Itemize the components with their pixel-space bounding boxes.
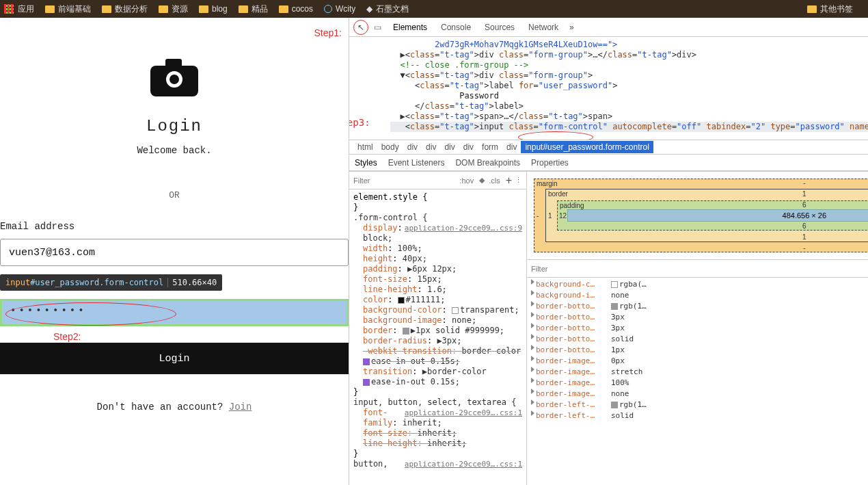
css-property[interactable]: line-height: inherit; bbox=[353, 438, 522, 449]
dom-node[interactable]: ▼<class="t-tag">div class="form-group"> bbox=[390, 70, 868, 81]
bookmark-item[interactable]: 前端基础 bbox=[45, 3, 91, 15]
breadcrumb-item[interactable]: div bbox=[422, 141, 440, 153]
bookmark-item[interactable]: Wcity bbox=[324, 3, 355, 15]
dom-node[interactable]: 2wd73gR+Mohav7Mqgk1GMseR4LXeuD1ow=="> bbox=[390, 40, 868, 50]
breadcrumb-item[interactable]: div bbox=[440, 141, 459, 153]
css-property[interactable]: line-height: 1.6; bbox=[353, 285, 522, 295]
camera-icon bbox=[150, 59, 198, 96]
folder-icon bbox=[239, 5, 248, 13]
device-toggle-icon[interactable]: ▭ bbox=[370, 20, 385, 35]
styles-tab-properties[interactable]: Properties bbox=[526, 158, 574, 168]
breadcrumb-item[interactable]: input#user_password.form-control bbox=[521, 141, 653, 153]
page-preview: Step1: Step2: Login Welcome back. OR Ema… bbox=[0, 18, 349, 485]
devtools-tab-elements[interactable]: Elements bbox=[386, 23, 434, 32]
bookmark-item[interactable]: ◆石墨文档 bbox=[366, 3, 409, 15]
computed-property[interactable]: border-left-…solid bbox=[531, 410, 868, 421]
more-icon[interactable]: ⋮ bbox=[515, 176, 522, 185]
dom-node[interactable]: </class="t-tag">label> bbox=[390, 101, 868, 112]
bookmark-item[interactable]: cocos bbox=[279, 3, 313, 15]
computed-property[interactable]: border-botto…3px bbox=[531, 323, 868, 334]
devtools-tab-console[interactable]: Console bbox=[434, 23, 478, 32]
styles-rules[interactable]: element.style {}.form-control {applicati… bbox=[349, 189, 526, 485]
more-tabs-icon[interactable]: » bbox=[565, 23, 578, 32]
join-link[interactable]: Join bbox=[229, 402, 252, 412]
computed-filter[interactable]: Filter bbox=[531, 265, 547, 273]
css-property[interactable]: ease-in-out 0.15s; bbox=[353, 377, 522, 387]
login-button[interactable]: Login bbox=[0, 343, 349, 374]
box-model: margin - - - - border 1 1 1 1 padding bbox=[527, 172, 868, 260]
cls-toggle[interactable]: .cls bbox=[489, 176, 500, 185]
elements-tree[interactable]: Step3: 2wd73gR+Mohav7Mqgk1GMseR4LXeuD1ow… bbox=[349, 37, 868, 140]
bookmark-item[interactable]: 数据分析 bbox=[102, 3, 148, 15]
css-property[interactable]: width: 100%; bbox=[353, 244, 522, 254]
dom-node[interactable]: ▶<class="t-tag">span>…</class="t-tag">sp… bbox=[390, 112, 868, 122]
apps-icon bbox=[4, 4, 14, 14]
apps-button[interactable]: 应用 bbox=[4, 3, 34, 15]
inspect-icon[interactable]: ↖ bbox=[353, 20, 368, 35]
or-divider: OR bbox=[0, 190, 349, 200]
dom-node[interactable]: ▶<class="t-tag">div class="form-group">…… bbox=[390, 50, 868, 60]
computed-property[interactable]: border-image…none bbox=[531, 389, 868, 399]
dom-node-selected[interactable]: <class="t-tag">input class="form-control… bbox=[390, 122, 868, 132]
breadcrumb-item[interactable]: body bbox=[377, 141, 403, 153]
computed-property[interactable]: border-botto…solid bbox=[531, 334, 868, 345]
css-property[interactable]: background-image: none; bbox=[353, 315, 522, 326]
breadcrumb-item[interactable]: div bbox=[459, 141, 478, 153]
breadcrumb-item[interactable]: div bbox=[403, 141, 422, 153]
password-input[interactable]: ••••••••• bbox=[0, 299, 349, 326]
computed-property[interactable]: background-c…rgba(… bbox=[531, 279, 868, 290]
other-bookmarks[interactable]: 其他书签 bbox=[807, 3, 853, 15]
bookmark-item[interactable]: blog bbox=[199, 3, 228, 15]
styles-tab-dom-breakpoints[interactable]: DOM Breakpoints bbox=[450, 158, 526, 168]
css-property[interactable]: border: ▶1px solid #999999; bbox=[353, 326, 522, 336]
step3-label: Step3: bbox=[349, 118, 370, 128]
doc-icon: ◆ bbox=[366, 4, 372, 14]
css-property[interactable]: border-radius: ▶3px; bbox=[353, 336, 522, 346]
dom-node[interactable]: Password bbox=[390, 91, 868, 101]
breadcrumb-item[interactable]: form bbox=[478, 141, 502, 153]
styles-tab-styles[interactable]: Styles bbox=[349, 158, 383, 168]
css-property[interactable]: -webkit-transition: border-color bbox=[353, 346, 522, 356]
breadcrumb-item[interactable]: html bbox=[353, 141, 377, 153]
css-property[interactable]: transition: ▶border-color bbox=[353, 367, 522, 377]
computed-property[interactable]: border-image…0px bbox=[531, 356, 868, 367]
devtools-tabs: ↖ ▭ ElementsConsoleSourcesNetwork » ✕3 ⋮… bbox=[349, 18, 868, 37]
css-property[interactable]: font-size: inherit; bbox=[353, 428, 522, 438]
devtools-tab-sources[interactable]: Sources bbox=[478, 23, 521, 32]
bookmarks-bar: 应用 前端基础数据分析资源blog精品cocosWcity◆石墨文档 其他书签 bbox=[0, 0, 868, 18]
computed-filter-row: Filter Show all bbox=[527, 260, 868, 278]
styles-tab-event-listeners[interactable]: Event Listeners bbox=[383, 158, 450, 168]
folder-icon bbox=[199, 5, 208, 13]
new-rule-icon[interactable]: + bbox=[506, 174, 512, 187]
hov-toggle[interactable]: :hov bbox=[459, 176, 474, 185]
signup-line: Don't have an account? Join bbox=[0, 402, 349, 412]
computed-property[interactable]: border-botto…rgb(1… bbox=[531, 301, 868, 312]
folder-icon bbox=[807, 5, 817, 13]
bookmark-item[interactable]: 资源 bbox=[159, 3, 188, 15]
styles-filter-row: Filter :hov ◆ .cls + ⋮ bbox=[349, 172, 526, 189]
email-input[interactable] bbox=[0, 239, 349, 266]
breadcrumb[interactable]: htmlbodydivdivdivdivformdivinput#user_pa… bbox=[349, 140, 868, 155]
login-title: Login bbox=[0, 117, 349, 135]
devtools-pane: ↖ ▭ ElementsConsoleSourcesNetwork » ✕3 ⋮… bbox=[349, 18, 868, 485]
computed-list[interactable]: background-c…rgba(…background-i…nonebord… bbox=[527, 278, 868, 485]
css-property[interactable]: background-color: transparent; bbox=[353, 305, 522, 315]
computed-property[interactable]: border-botto…1px bbox=[531, 345, 868, 356]
bookmark-item[interactable]: 精品 bbox=[239, 3, 268, 15]
css-property[interactable]: ease-in-out 0.15s; bbox=[353, 356, 522, 367]
css-property[interactable]: font-size: 15px; bbox=[353, 274, 522, 285]
css-property[interactable]: color: #111111; bbox=[353, 295, 522, 305]
breadcrumb-item[interactable]: div bbox=[502, 141, 521, 153]
computed-property[interactable]: border-image…stretch bbox=[531, 367, 868, 378]
computed-property[interactable]: border-image…100% bbox=[531, 378, 868, 389]
css-property[interactable]: padding: ▶6px 12px; bbox=[353, 264, 522, 274]
computed-property[interactable]: border-botto…3px bbox=[531, 312, 868, 323]
folder-icon bbox=[102, 5, 111, 13]
devtools-tab-network[interactable]: Network bbox=[521, 23, 565, 32]
computed-property[interactable]: border-left-…rgb(1… bbox=[531, 399, 868, 410]
css-property[interactable]: height: 40px; bbox=[353, 254, 522, 264]
computed-property[interactable]: background-i…none bbox=[531, 290, 868, 301]
dom-node[interactable]: <class="t-tag">label for="user_password"… bbox=[390, 81, 868, 91]
styles-filter[interactable]: Filter bbox=[353, 176, 370, 185]
dom-node[interactable]: <!-- close .form-group --> bbox=[390, 60, 868, 70]
